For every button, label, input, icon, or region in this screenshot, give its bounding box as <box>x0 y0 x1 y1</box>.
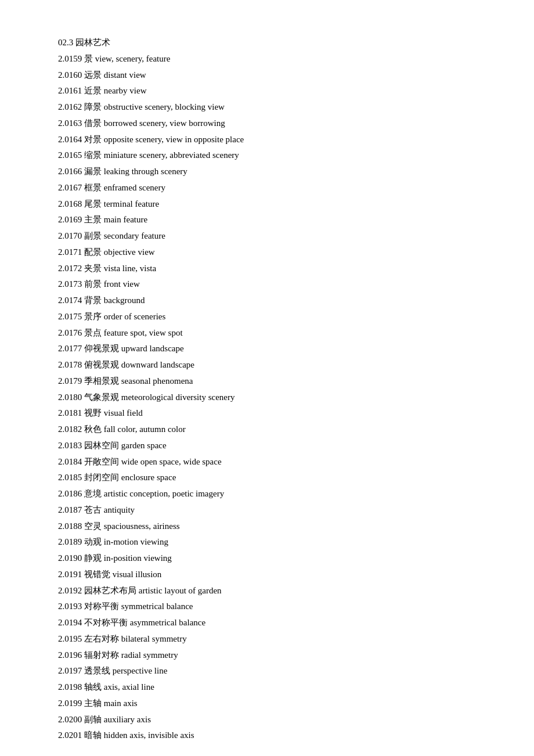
list-item: 2.0185 封闭空间 enclosure space <box>58 470 488 486</box>
entry-text: 2.0176 景点 feature spot, view spot <box>58 328 183 337</box>
entry-text: 2.0171 配景 objective view <box>58 247 155 257</box>
entry-text: 2.0179 季相景观 seasonal phenomena <box>58 376 193 386</box>
entry-text: 2.0166 漏景 leaking through scenery <box>58 167 187 176</box>
list-item: 2.0193 对称平衡 symmetrical balance <box>58 599 488 615</box>
entry-text: 2.0170 副景 secondary feature <box>58 231 165 240</box>
entry-text: 2.0199 主轴 main axis <box>58 699 138 708</box>
entry-text: 2.0196 辐射对称 radial symmetry <box>58 650 178 660</box>
entry-text: 2.0201 暗轴 hidden axis, invisible axis <box>58 730 194 740</box>
entry-text: 2.0194 不对称平衡 asymmetrical balance <box>58 618 205 627</box>
list-item: 2.0177 仰视景观 upward landscape <box>58 341 488 357</box>
entry-text: 2.0183 园林空间 garden space <box>58 441 167 450</box>
list-item: 2.0194 不对称平衡 asymmetrical balance <box>58 615 488 631</box>
list-item: 2.0174 背景 background <box>58 293 488 309</box>
list-item: 2.0181 视野 visual field <box>58 405 488 422</box>
entry-text: 2.0175 景序 order of sceneries <box>58 312 165 321</box>
entry-text: 2.0180 气象景观 meteorological diversity sce… <box>58 393 235 402</box>
list-item: 2.0186 意境 artistic conception, poetic im… <box>58 486 488 502</box>
list-item: 2.0188 空灵 spaciousness, airiness <box>58 519 488 535</box>
entry-text: 2.0192 园林艺术布局 artistic layout of garden <box>58 586 222 595</box>
entry-text: 2.0182 秋色 fall color, autumn color <box>58 424 186 434</box>
list-item: 2.0192 园林艺术布局 artistic layout of garden <box>58 583 488 599</box>
content-area: 02.3 园林艺术2.0159 景 view, scenery, feature… <box>58 35 488 744</box>
list-item: 2.0169 主景 main feature <box>58 212 488 228</box>
entry-text: 2.0163 借景 borrowed scenery, view borrowi… <box>58 118 225 128</box>
entry-text: 2.0191 视错觉 visual illusion <box>58 570 161 579</box>
list-item: 2.0198 轴线 axis, axial line <box>58 679 488 696</box>
entry-text: 2.0188 空灵 spaciousness, airiness <box>58 521 180 531</box>
list-item: 2.0187 苍古 antiquity <box>58 502 488 519</box>
entry-text: 2.0198 轴线 axis, axial line <box>58 682 154 692</box>
entry-text: 2.0167 框景 enframed scenery <box>58 183 165 192</box>
entry-text: 2.0160 远景 distant view <box>58 70 146 80</box>
entry-text: 2.0185 封闭空间 enclosure space <box>58 473 176 482</box>
list-item: 2.0191 视错觉 visual illusion <box>58 567 488 583</box>
entry-text: 2.0172 夹景 vista line, vista <box>58 264 156 273</box>
entry-text: 2.0169 主景 main feature <box>58 215 147 224</box>
list-item: 2.0165 缩景 miniature scenery, abbreviated… <box>58 147 488 164</box>
list-item: 2.0170 副景 secondary feature <box>58 228 488 244</box>
entry-text: 2.0195 左右对称 bilateral symmetry <box>58 634 187 643</box>
entry-text: 2.0164 对景 opposite scenery, view in oppo… <box>58 135 244 144</box>
list-item: 2.0179 季相景观 seasonal phenomena <box>58 373 488 390</box>
list-item: 2.0183 园林空间 garden space <box>58 438 488 454</box>
list-item: 2.0180 气象景观 meteorological diversity sce… <box>58 390 488 406</box>
entry-text: 2.0184 开敞空间 wide open space, wide space <box>58 457 222 466</box>
list-item: 2.0163 借景 borrowed scenery, view borrowi… <box>58 116 488 132</box>
list-item: 2.0184 开敞空间 wide open space, wide space <box>58 454 488 470</box>
list-item: 2.0182 秋色 fall color, autumn color <box>58 422 488 438</box>
entry-text: 2.0173 前景 front view <box>58 279 140 289</box>
entry-text: 2.0178 俯视景观 downward landscape <box>58 360 194 369</box>
list-item: 2.0175 景序 order of sceneries <box>58 309 488 325</box>
list-item: 2.0164 对景 opposite scenery, view in oppo… <box>58 132 488 148</box>
list-item: 2.0168 尾景 terminal feature <box>58 196 488 213</box>
list-item: 2.0190 静观 in-position viewing <box>58 550 488 567</box>
list-item: 2.0199 主轴 main axis <box>58 696 488 712</box>
list-item: 2.0172 夹景 vista line, vista <box>58 261 488 277</box>
list-item: 2.0195 左右对称 bilateral symmetry <box>58 631 488 647</box>
entry-text: 2.0189 动观 in-motion viewing <box>58 537 168 546</box>
entry-text: 2.0186 意境 artistic conception, poetic im… <box>58 489 224 498</box>
entry-text: 02.3 园林艺术 <box>58 38 110 47</box>
entry-text: 2.0177 仰视景观 upward landscape <box>58 344 184 353</box>
entry-text: 2.0193 对称平衡 symmetrical balance <box>58 602 193 611</box>
list-item: 2.0167 框景 enframed scenery <box>58 180 488 196</box>
entry-text: 2.0159 景 view, scenery, feature <box>58 54 170 63</box>
entry-text: 2.0165 缩景 miniature scenery, abbreviated… <box>58 150 239 160</box>
list-item: 2.0178 俯视景观 downward landscape <box>58 357 488 373</box>
list-item: 2.0159 景 view, scenery, feature <box>58 51 488 67</box>
entry-text: 2.0200 副轴 auxiliary axis <box>58 715 151 724</box>
list-item: 2.0176 景点 feature spot, view spot <box>58 325 488 341</box>
list-item: 2.0196 辐射对称 radial symmetry <box>58 647 488 664</box>
list-item: 2.0162 障景 obstructive scenery, blocking … <box>58 99 488 116</box>
entry-text: 2.0197 透景线 perspective line <box>58 666 167 675</box>
entry-text: 2.0161 近景 nearby view <box>58 86 146 95</box>
list-item: 2.0161 近景 nearby view <box>58 83 488 99</box>
list-item: 02.3 园林艺术 <box>58 35 488 51</box>
list-item: 2.0201 暗轴 hidden axis, invisible axis <box>58 728 488 744</box>
list-item: 2.0189 动观 in-motion viewing <box>58 534 488 550</box>
list-item: 2.0173 前景 front view <box>58 276 488 293</box>
list-item: 2.0171 配景 objective view <box>58 244 488 261</box>
entry-text: 2.0174 背景 background <box>58 296 145 305</box>
entry-text: 2.0187 苍古 antiquity <box>58 505 135 514</box>
list-item: 2.0166 漏景 leaking through scenery <box>58 164 488 180</box>
entry-text: 2.0168 尾景 terminal feature <box>58 199 159 208</box>
list-item: 2.0200 副轴 auxiliary axis <box>58 712 488 728</box>
entry-text: 2.0190 静观 in-position viewing <box>58 553 172 563</box>
list-item: 2.0197 透景线 perspective line <box>58 663 488 679</box>
entry-text: 2.0162 障景 obstructive scenery, blocking … <box>58 102 225 111</box>
list-item: 2.0160 远景 distant view <box>58 67 488 84</box>
entry-text: 2.0181 视野 visual field <box>58 408 143 417</box>
